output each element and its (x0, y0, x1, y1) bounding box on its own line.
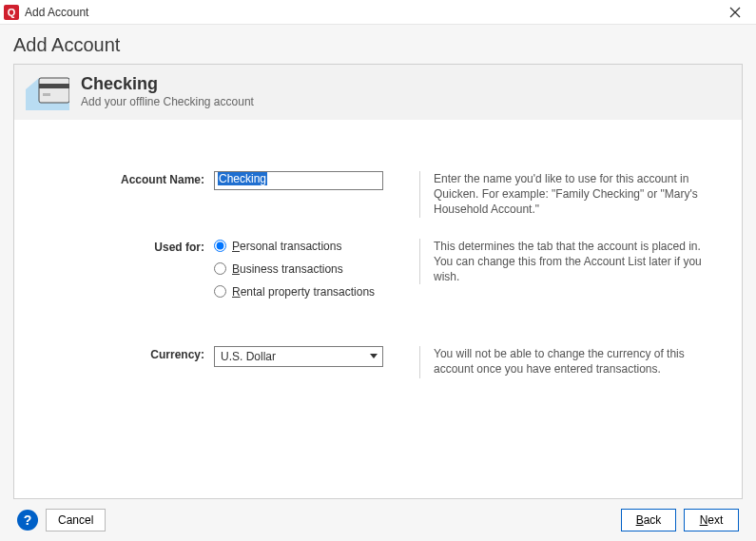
help-button[interactable]: ? (17, 510, 38, 531)
close-button[interactable] (720, 1, 750, 24)
next-button[interactable]: Next (684, 509, 739, 531)
window-title: Add Account (25, 6, 720, 19)
radio-rental[interactable]: Rental property transactions (214, 285, 404, 299)
currency-cell: U.S. Dollar (214, 346, 404, 367)
account-name-cell: Checking (214, 171, 404, 190)
account-name-value: Checking (218, 172, 267, 185)
close-icon (729, 7, 741, 18)
footer-bar: ? Cancel Back Next (13, 499, 743, 535)
currency-value: U.S. Dollar (215, 350, 365, 363)
radio-rental-input[interactable] (214, 285, 226, 298)
dialog-body: Add Account Checking Add your offline Ch… (0, 25, 756, 541)
chevron-down-icon (365, 347, 382, 366)
page-title: Add Account (13, 34, 743, 56)
cancel-button[interactable]: Cancel (46, 509, 106, 531)
main-panel: Checking Add your offline Checking accou… (13, 64, 743, 499)
radio-rental-label: Rental property transactions (232, 285, 375, 299)
radio-personal-label: Personal transactions (232, 240, 341, 253)
svg-marker-6 (370, 354, 378, 358)
currency-helper: You will not be able to change the curre… (419, 346, 723, 378)
radio-personal-input[interactable] (214, 240, 226, 252)
svg-rect-3 (39, 78, 69, 103)
used-for-radiogroup: Personal transactions Business transacti… (214, 239, 404, 299)
currency-label: Currency: (33, 346, 214, 361)
checking-card-icon (26, 72, 69, 110)
used-for-helper: This determines the tab that the account… (419, 239, 723, 285)
currency-dropdown[interactable]: U.S. Dollar (214, 346, 383, 367)
form-grid: Account Name: Checking Enter the name yo… (14, 120, 742, 378)
back-button[interactable]: Back (621, 509, 676, 531)
account-name-helper: Enter the name you'd like to use for thi… (419, 171, 723, 218)
svg-rect-4 (39, 84, 69, 88)
radio-business-label: Business transactions (232, 262, 343, 276)
svg-rect-5 (43, 93, 50, 96)
used-for-label: Used for: (33, 239, 214, 254)
radio-personal[interactable]: Personal transactions (214, 240, 404, 253)
app-icon: Q (4, 5, 19, 20)
window-titlebar: Q Add Account (0, 0, 756, 25)
account-name-input[interactable]: Checking (214, 171, 383, 190)
account-type-title: Checking (81, 74, 254, 94)
radio-business[interactable]: Business transactions (214, 262, 404, 276)
help-icon-symbol: ? (24, 512, 32, 528)
account-name-label: Account Name: (33, 171, 214, 186)
account-type-header: Checking Add your offline Checking accou… (14, 65, 742, 120)
app-icon-letter: Q (8, 7, 16, 18)
account-type-subtitle: Add your offline Checking account (81, 95, 254, 108)
radio-business-input[interactable] (214, 262, 226, 275)
